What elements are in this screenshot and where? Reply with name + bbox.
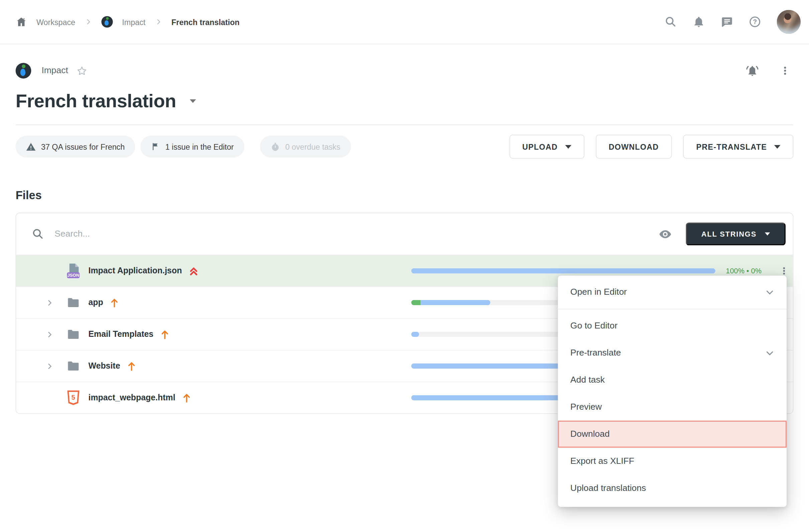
chevron-down-icon [774,145,780,148]
file-name[interactable]: Website [89,361,120,371]
editor-issues-badge[interactable]: 1 issue in the Editor [140,136,244,157]
file-name[interactable]: Impact Application.json [89,266,182,276]
svg-text:5: 5 [71,394,75,401]
menu-item-label: Preview [570,402,774,412]
menu-divider [558,309,787,309]
app-window: Workspace Impact French translation ? [0,0,809,532]
search-input[interactable] [53,228,658,240]
breadcrumb: Workspace Impact French translation [16,16,240,28]
chevron-right-icon [85,18,92,25]
chevron-down-icon [565,145,571,148]
menu-item-export-as-xliff[interactable]: Export as XLIFF [558,448,787,475]
download-button[interactable]: DOWNLOAD [596,135,672,159]
chevron-right-icon [155,18,162,25]
priority-high-icon [183,393,191,403]
page-title: French translation [16,90,176,111]
project-logo-icon [16,63,31,79]
pre-translate-button[interactable]: PRE-TRANSLATE [683,135,794,159]
messages-icon[interactable] [720,16,733,28]
svg-text:JSON: JSON [68,273,80,278]
chevron-right-icon[interactable] [32,299,66,306]
menu-item-label: Pre-translate [570,348,765,358]
priority-high-icon [110,298,119,308]
home-icon[interactable] [16,16,27,28]
chevron-down-icon[interactable] [189,99,196,103]
menu-item-preview[interactable]: Preview [558,394,787,421]
progress-segment-blue [411,332,419,337]
chevron-right-icon[interactable] [32,362,66,370]
file-name[interactable]: impact_webpage.html [89,393,175,402]
project-name: Impact [41,66,68,76]
search-icon[interactable] [664,16,677,28]
menu-item-upload-translations[interactable]: Upload translations [558,475,787,502]
menu-item-label: Export as XLIFF [570,456,774,466]
menu-item-label: Upload translations [570,483,774,493]
stopwatch-icon [270,142,280,152]
menu-item-label: Open in Editor [570,287,765,297]
project-logo-icon [101,16,113,28]
file-name[interactable]: Email Templates [89,329,154,339]
chevron-down-icon [765,288,774,296]
badge-label: 1 issue in the Editor [166,142,234,151]
files-section-heading: Files [16,189,794,202]
progress-segment-green [411,300,420,305]
chevron-right-icon[interactable] [32,394,66,402]
qa-issues-badge[interactable]: 37 QA issues for French [16,136,135,157]
priority-high-icon [127,361,136,371]
menu-item-label: Download [570,429,774,440]
search-icon [32,227,44,240]
menu-item-label: Add task [570,375,774,385]
menu-item-label: Go to Editor [570,321,774,331]
row-context-menu: Open in Editor Go to Editor Pre-translat… [558,276,787,507]
menu-item-go-to-editor[interactable]: Go to Editor [558,312,787,340]
kebab-menu-icon[interactable] [780,66,790,76]
bell-ring-icon[interactable] [745,64,759,77]
chevron-right-icon[interactable] [32,267,66,275]
files-search-row: ALL STRINGS [16,213,793,255]
svg-text:?: ? [753,18,757,25]
kebab-menu-icon[interactable] [779,266,789,276]
project-header: Impact [16,63,794,79]
divider [16,124,794,125]
breadcrumb-current-page: French translation [171,17,240,26]
progress-stats: 100% • 0% [726,267,761,275]
upload-button[interactable]: UPLOAD [509,135,584,159]
menu-item-open-in-editor[interactable]: Open in Editor [558,279,787,306]
progress-bar [411,268,716,274]
breadcrumb-workspace[interactable]: Workspace [36,17,75,26]
menu-item-pre-translate[interactable]: Pre-translate [558,340,787,366]
menu-item-download[interactable]: Download [558,421,787,448]
file-name[interactable]: app [89,298,103,307]
priority-high-icon [161,329,169,340]
folder-icon [66,294,81,311]
breadcrumb-project[interactable]: Impact [122,17,145,26]
help-icon[interactable]: ? [748,16,761,28]
progress-segment-blue [411,268,716,274]
strings-filter-button[interactable]: ALL STRINGS [686,223,786,245]
star-favorite-icon[interactable] [76,65,88,76]
eye-visibility-icon[interactable] [658,227,672,241]
chevron-down-icon [765,348,774,357]
badge-label: 0 overdue tasks [286,142,341,151]
json-file-icon: JSON [66,263,81,279]
progress-segment-blue [420,300,490,305]
warning-triangle-icon [26,142,36,152]
folder-icon [66,358,81,374]
top-navigation-bar: Workspace Impact French translation ? [0,0,809,44]
html-file-icon: 5 [66,389,81,406]
user-avatar[interactable] [777,10,801,34]
chevron-down-icon [765,232,770,235]
folder-icon [66,326,81,343]
overdue-tasks-badge: 0 overdue tasks [260,136,350,157]
menu-item-add-task[interactable]: Add task [558,366,787,394]
chevron-right-icon[interactable] [32,330,66,338]
badge-label: 37 QA issues for French [41,142,125,151]
priority-critical-icon [189,266,198,276]
flag-icon [151,142,160,151]
notifications-bell-icon[interactable] [692,16,705,28]
